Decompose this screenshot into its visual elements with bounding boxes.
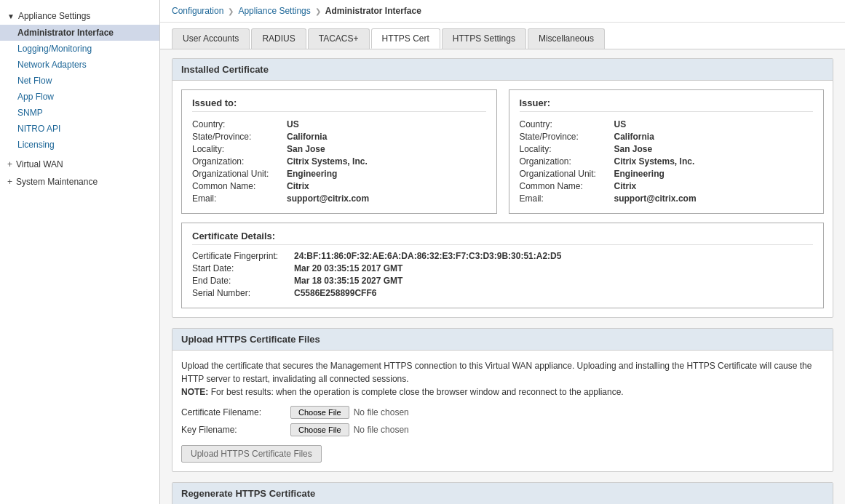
upload-content: Upload the certificate that secures the … xyxy=(172,351,833,471)
sidebar-item-administrator-interface[interactable]: Administrator Interface xyxy=(0,25,159,41)
installed-cert-header: Installed Certificate xyxy=(172,59,833,81)
issuer-ou-row: Organizational Unit: Engineering xyxy=(520,169,814,179)
issuer-ou-label: Organizational Unit: xyxy=(520,169,614,179)
issued-cn-label: Common Name: xyxy=(192,181,287,191)
issued-email-row: Email: support@citrix.com xyxy=(192,193,486,204)
end-date-label: End Date: xyxy=(192,276,294,286)
cert-details-box: Certificate Details: Certificate Fingerp… xyxy=(181,223,824,308)
main-content: Configuration ❯ Appliance Settings ❯ Adm… xyxy=(160,0,845,504)
issuer-state-row: State/Province: California xyxy=(520,132,814,142)
issued-org-label: Organization: xyxy=(192,156,287,167)
issued-email-label: Email: xyxy=(192,193,287,204)
issuer-locality-label: Locality: xyxy=(520,144,614,154)
issued-org-value: Citrix Systems, Inc. xyxy=(287,156,368,167)
issued-state-row: State/Province: California xyxy=(192,132,486,142)
issued-state-label: State/Province: xyxy=(192,132,287,142)
issued-country-value: US xyxy=(287,119,299,129)
sidebar-item-network-adapters[interactable]: Network Adapters xyxy=(0,57,159,73)
sidebar-item-net-flow[interactable]: Net Flow xyxy=(0,73,159,89)
issuer-org-value: Citrix Systems, Inc. xyxy=(614,156,695,167)
issuer-email-row: Email: support@citrix.com xyxy=(520,193,814,204)
issued-ou-value: Engineering xyxy=(287,169,337,179)
upload-note-text: For best results: when the operation is … xyxy=(211,387,624,397)
breadcrumb-current: Administrator Interface xyxy=(325,6,421,16)
tabs-bar: User Accounts RADIUS TACACS+ HTTPS Cert … xyxy=(160,23,845,49)
upload-section: Upload HTTPS Certificate Files Upload th… xyxy=(172,328,833,472)
issuer-box: Issuer: Country: US State/Province: Cali… xyxy=(509,89,825,214)
key-choose-file-button[interactable]: Choose File xyxy=(290,423,349,436)
breadcrumb-sep-2: ❯ xyxy=(315,7,321,15)
plus-icon: + xyxy=(7,159,12,169)
upload-note-label: NOTE: xyxy=(181,387,208,397)
issued-to-title: Issued to: xyxy=(192,97,486,112)
issuer-org-label: Organization: xyxy=(520,156,614,167)
sidebar-item-nitro-api[interactable]: NITRO API xyxy=(0,121,159,137)
start-date-row: Start Date: Mar 20 03:35:15 2017 GMT xyxy=(192,263,813,273)
key-filename-label: Key Filename: xyxy=(181,425,290,435)
issued-locality-value: San Jose xyxy=(287,144,325,154)
issued-org-row: Organization: Citrix Systems, Inc. xyxy=(192,156,486,167)
issued-locality-row: Locality: San Jose xyxy=(192,144,486,154)
upload-section-header: Upload HTTPS Certificate Files xyxy=(172,329,833,351)
sidebar-item-licensing[interactable]: Licensing xyxy=(0,137,159,153)
appliance-settings-label: Appliance Settings xyxy=(18,11,90,21)
issued-ou-label: Organizational Unit: xyxy=(192,169,287,179)
issuer-state-label: State/Province: xyxy=(520,132,614,142)
breadcrumb-config[interactable]: Configuration xyxy=(172,6,223,16)
breadcrumb-appliance-settings[interactable]: Appliance Settings xyxy=(238,6,310,16)
fingerprint-value: 24:BF:11:86:0F:32:AE:6A:DA:86:32:E3:F7:C… xyxy=(294,251,561,261)
breadcrumb: Configuration ❯ Appliance Settings ❯ Adm… xyxy=(160,0,845,23)
sidebar-item-virtual-wan[interactable]: + Virtual WAN xyxy=(0,156,159,173)
issued-locality-label: Locality: xyxy=(192,144,287,154)
regenerate-section: Regenerate HTTPS Certificate Regenerate … xyxy=(172,482,833,504)
issuer-ou-value: Engineering xyxy=(614,169,665,179)
issuer-country-value: US xyxy=(614,119,627,129)
issued-country-label: Country: xyxy=(192,119,287,129)
key-filename-row: Key Filename: Choose File No file chosen xyxy=(181,423,824,436)
key-no-file-text: No file chosen xyxy=(354,425,409,435)
serial-row: Serial Number: C5586E258899CFF6 xyxy=(192,288,813,298)
start-date-value: Mar 20 03:35:15 2017 GMT xyxy=(294,263,402,273)
appliance-settings-group: ▼ Appliance Settings Administrator Inter… xyxy=(0,7,159,153)
issuer-country-label: Country: xyxy=(520,119,614,129)
tab-miscellaneous[interactable]: Miscellaneous xyxy=(528,28,605,49)
issued-cn-value: Citrix xyxy=(287,181,309,191)
issuer-locality-row: Locality: San Jose xyxy=(520,144,814,154)
fingerprint-row: Certificate Fingerprint: 24:BF:11:86:0F:… xyxy=(192,251,813,261)
tab-tacacs[interactable]: TACACS+ xyxy=(308,28,370,49)
sidebar-item-app-flow[interactable]: App Flow xyxy=(0,89,159,105)
cert-filename-label: Certificate Filename: xyxy=(181,407,290,417)
issuer-state-value: California xyxy=(614,132,654,142)
appliance-settings-header[interactable]: ▼ Appliance Settings xyxy=(0,7,159,25)
issuer-cn-row: Common Name: Citrix xyxy=(520,181,814,191)
issued-state-value: California xyxy=(287,132,327,142)
cert-choose-file-button[interactable]: Choose File xyxy=(290,406,349,419)
sidebar: ▼ Appliance Settings Administrator Inter… xyxy=(0,0,160,504)
issued-email-value: support@citrix.com xyxy=(287,193,369,204)
start-date-label: Start Date: xyxy=(192,263,294,273)
issued-ou-row: Organizational Unit: Engineering xyxy=(192,169,486,179)
issued-cn-row: Common Name: Citrix xyxy=(192,181,486,191)
tab-user-accounts[interactable]: User Accounts xyxy=(172,28,250,49)
tab-https-settings[interactable]: HTTPS Settings xyxy=(442,28,526,49)
end-date-value: Mar 18 03:35:15 2027 GMT xyxy=(294,276,402,286)
issuer-email-label: Email: xyxy=(520,193,614,204)
issuer-org-row: Organization: Citrix Systems, Inc. xyxy=(520,156,814,167)
tab-radius[interactable]: RADIUS xyxy=(251,28,306,49)
tab-content: Installed Certificate Issued to: Country… xyxy=(160,49,845,504)
cert-details-title: Certificate Details: xyxy=(192,231,813,245)
sidebar-item-system-maintenance[interactable]: + System Maintenance xyxy=(0,173,159,191)
sidebar-item-snmp[interactable]: SNMP xyxy=(0,105,159,121)
serial-value: C5586E258899CFF6 xyxy=(294,288,376,298)
issuer-locality-value: San Jose xyxy=(614,144,653,154)
issued-country-row: Country: US xyxy=(192,119,486,129)
issuer-country-row: Country: US xyxy=(520,119,814,129)
tab-https-cert[interactable]: HTTPS Cert xyxy=(371,28,440,49)
sidebar-item-logging-monitoring[interactable]: Logging/Monitoring xyxy=(0,41,159,57)
upload-https-cert-button[interactable]: Upload HTTPS Certificate Files xyxy=(181,445,322,463)
issuer-title: Issuer: xyxy=(520,97,814,112)
upload-description: Upload the certificate that secures the … xyxy=(181,359,824,399)
issuer-email-value: support@citrix.com xyxy=(614,193,697,204)
collapse-arrow-icon: ▼ xyxy=(7,12,15,20)
cert-no-file-text: No file chosen xyxy=(354,407,409,417)
